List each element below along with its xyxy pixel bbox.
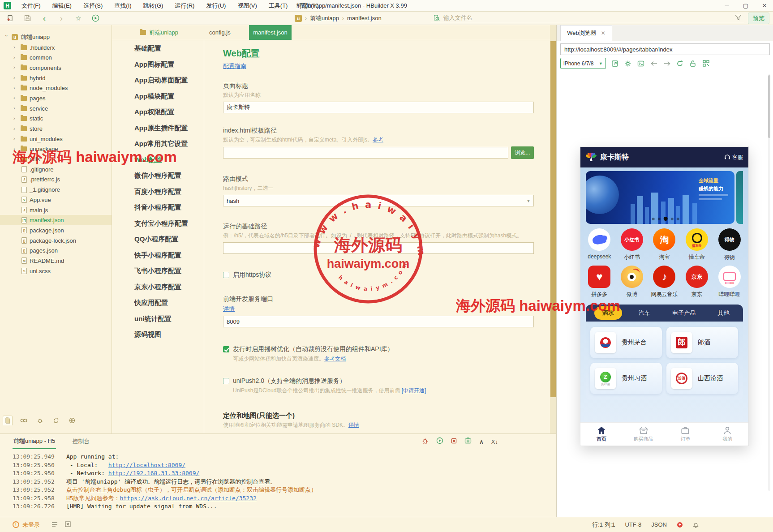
- app-shortcut[interactable]: 淘 淘宝: [648, 228, 681, 261]
- product-card[interactable]: 郎 郎酒: [666, 327, 738, 358]
- chevron-down-icon[interactable]: ›: [4, 35, 9, 39]
- config-nav-item[interactable]: 抖音小程序配置: [112, 199, 204, 215]
- customer-service-button[interactable]: 客服: [724, 154, 743, 161]
- log-link[interactable]: http://192.168.31.33:8009/: [108, 470, 200, 476]
- back-arrow-icon[interactable]: [650, 60, 658, 68]
- category-tab[interactable]: 电子产品: [667, 307, 701, 319]
- tab-home[interactable]: 首页: [580, 423, 623, 446]
- app-shortcut[interactable]: 懂车帝 懂车帝: [681, 228, 713, 261]
- editor-tab-project[interactable]: 前端uniapp: [134, 25, 204, 40]
- tree-folder-row[interactable]: › components: [0, 63, 112, 73]
- banner-slide[interactable]: 全域流量 赚钱的能力: [586, 171, 734, 224]
- config-guide-link[interactable]: 配置指南: [223, 63, 246, 69]
- page-title-input[interactable]: [223, 102, 534, 113]
- chevron-right-icon[interactable]: ›: [13, 105, 18, 111]
- config-nav-item[interactable]: 基础配置: [112, 40, 204, 56]
- browser-scrollbar[interactable]: [768, 74, 770, 491]
- forward-icon[interactable]: ›: [55, 13, 68, 24]
- category-tab[interactable]: 汽车: [633, 307, 656, 319]
- console-tab-console[interactable]: 控制台: [72, 438, 90, 446]
- config-nav-item[interactable]: App模块配置: [112, 88, 204, 104]
- port-detail-link[interactable]: 详情: [223, 305, 235, 312]
- restart-icon[interactable]: [436, 437, 443, 446]
- language-mode[interactable]: JSON: [651, 521, 667, 528]
- config-nav-item[interactable]: QQ小程序配置: [112, 231, 204, 247]
- forward-arrow-icon[interactable]: [663, 60, 671, 68]
- chevron-right-icon[interactable]: ›: [13, 64, 18, 70]
- encoding-label[interactable]: UTF-8: [625, 521, 641, 528]
- tab-buy[interactable]: 购买商品: [623, 423, 665, 446]
- chevron-right-icon[interactable]: ›: [13, 116, 18, 121]
- filter-icon[interactable]: [735, 14, 742, 22]
- chevron-right-icon[interactable]: ›: [13, 136, 18, 141]
- clear-console-icon[interactable]: X↓: [491, 438, 498, 445]
- app-shortcut[interactable]: 微博: [616, 266, 648, 298]
- close-button[interactable]: ✕: [760, 0, 769, 12]
- editor-scrollbar[interactable]: [550, 25, 556, 433]
- close-icon[interactable]: ✕: [601, 30, 606, 36]
- menu-item[interactable]: 运行(R): [169, 0, 200, 12]
- tree-file-row[interactable]: manifest.json: [0, 215, 112, 225]
- tree-folder-row[interactable]: › hybrid: [0, 73, 112, 83]
- tree-root[interactable]: › u 前端uniapp: [0, 32, 112, 43]
- menu-item[interactable]: 文件(F): [16, 0, 47, 12]
- scrollbar-thumb[interactable]: [550, 41, 556, 397]
- menu-item[interactable]: 工具(T): [263, 0, 294, 12]
- scrollbar-thumb[interactable]: [768, 75, 770, 138]
- map-detail-link[interactable]: 详情: [348, 422, 359, 428]
- menu-item[interactable]: 跳转(G): [137, 0, 169, 12]
- device-select[interactable]: iPhone 6/7/8▼: [560, 58, 606, 69]
- tree-folder-row[interactable]: › static: [0, 114, 112, 124]
- browser-tab[interactable]: Web浏览器✕: [560, 25, 612, 41]
- treeshake-checkbox-row[interactable]: 发行时启用摇树优化（自动裁剪没有使用的组件和API库）: [223, 345, 537, 353]
- tree-file-row[interactable]: package.json: [0, 225, 112, 236]
- app-shortcut[interactable]: deepseek: [583, 228, 616, 261]
- log-link[interactable]: https://ask.dcloud.net.cn/article/35232: [120, 495, 257, 502]
- menu-item[interactable]: 发行(U): [200, 0, 232, 12]
- tree-file-row[interactable]: _1.gitignore: [0, 184, 112, 195]
- tree-file-row[interactable]: README.md: [0, 256, 112, 266]
- settings-gear-icon[interactable]: [624, 60, 632, 68]
- breadcrumb-file[interactable]: manifest.json: [347, 15, 382, 21]
- config-nav-item[interactable]: App启动界面配置: [112, 72, 204, 88]
- treeshake-checkbox[interactable]: [223, 346, 229, 352]
- editor-tab-configjs[interactable]: config.js: [204, 25, 249, 40]
- new-file-icon[interactable]: [4, 13, 17, 24]
- explorer-web-icon[interactable]: [67, 416, 77, 425]
- config-nav-item[interactable]: 支付宝小程序配置: [112, 215, 204, 232]
- tab-orders[interactable]: 订单: [665, 423, 707, 446]
- open-external-icon[interactable]: [611, 60, 619, 68]
- unipush-checkbox[interactable]: [223, 378, 229, 384]
- treeshake-doc-link[interactable]: 参考文档: [324, 356, 346, 362]
- config-nav-item[interactable]: uni统计配置: [112, 311, 204, 327]
- back-icon[interactable]: ‹: [38, 13, 51, 24]
- screenshot-icon[interactable]: [464, 438, 472, 446]
- dev-port-input[interactable]: [223, 316, 534, 327]
- tab-me[interactable]: 我的: [706, 423, 748, 446]
- config-nav-item[interactable]: 快手小程序配置: [112, 247, 204, 263]
- tree-folder-row[interactable]: › service: [0, 103, 112, 114]
- config-nav-item[interactable]: App权限配置: [112, 104, 204, 120]
- login-status[interactable]: 未登录: [22, 521, 40, 529]
- explorer-search-icon[interactable]: [19, 416, 29, 425]
- refresh-icon[interactable]: [676, 60, 684, 68]
- menu-item[interactable]: 选择(S): [77, 0, 108, 12]
- tree-folder-row[interactable]: › pages: [0, 93, 112, 103]
- url-input[interactable]: [560, 43, 770, 55]
- app-shortcut[interactable]: ♥ 拼多多: [583, 266, 616, 298]
- app-shortcut[interactable]: 京东 京东: [681, 266, 713, 298]
- tree-folder-row[interactable]: › store: [0, 124, 112, 134]
- stop-icon[interactable]: [451, 438, 457, 446]
- app-shortcut[interactable]: 得物 得物: [713, 228, 746, 261]
- bell-icon[interactable]: [693, 522, 699, 528]
- config-nav-item[interactable]: 飞书小程序配置: [112, 263, 204, 279]
- promo-icon[interactable]: [677, 522, 683, 528]
- config-nav-item[interactable]: App原生插件配置: [112, 120, 204, 136]
- cursor-position[interactable]: 行:1 列:1: [592, 521, 615, 529]
- category-tab[interactable]: 其他: [712, 307, 734, 319]
- chevron-right-icon[interactable]: ›: [13, 75, 18, 80]
- chevron-right-icon[interactable]: ›: [13, 126, 18, 131]
- lock-icon[interactable]: [689, 60, 697, 68]
- config-nav-item[interactable]: App图标配置: [112, 56, 204, 73]
- chevron-right-icon[interactable]: ›: [13, 55, 18, 60]
